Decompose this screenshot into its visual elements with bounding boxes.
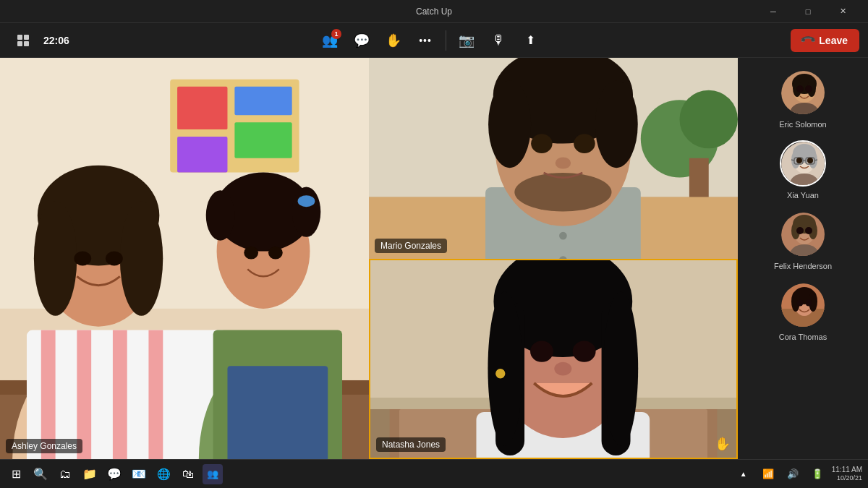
svg-point-94 — [796, 227, 804, 234]
natasha-video-feed — [370, 260, 736, 458]
teams-button[interactable]: 👥 — [203, 464, 223, 484]
svg-point-40 — [559, 232, 567, 240]
file-explorer-button[interactable]: 📁 — [80, 464, 100, 484]
hand-emoji: ✋ — [715, 437, 731, 451]
video-natasha: Natasha Jones ✋ — [369, 259, 738, 460]
eric-avatar-image — [781, 71, 826, 116]
svg-point-66 — [554, 361, 571, 375]
store-button[interactable]: 🛍 — [178, 464, 198, 484]
minimize-button[interactable]: ─ — [757, 0, 790, 23]
more-options-button[interactable]: ••• — [411, 26, 440, 55]
svg-point-18 — [120, 201, 163, 316]
svg-rect-5 — [234, 122, 292, 158]
main-content: Ashley Gonzales — [0, 58, 868, 459]
sidebar-participants: Eric Solomon — [738, 58, 868, 459]
svg-point-87 — [807, 158, 813, 163]
taskbar: ⊞ 🔍 🗂 📁 💬 📧 🌐 🛍 👥 ▲ 📶 🔊 🔋 11:11 AM 10/20… — [0, 459, 868, 488]
video-mario: Mario Gonzales — [369, 58, 738, 259]
toolbar-left: 22:06 — [9, 26, 69, 55]
edge-button[interactable]: 🌐 — [153, 464, 174, 484]
battery-icon[interactable]: 🔋 — [807, 464, 827, 484]
chat-app-button[interactable]: 💬 — [104, 464, 124, 484]
svg-point-65 — [573, 341, 596, 361]
ashley-name-text: Ashley Gonzales — [12, 441, 77, 451]
leave-button[interactable]: 📞 Leave — [791, 29, 859, 52]
felix-avatar-image — [781, 213, 826, 257]
search-button[interactable]: 🔍 — [30, 464, 51, 484]
svg-point-20 — [106, 252, 123, 266]
svg-rect-6 — [177, 137, 227, 173]
sidebar-item-xia[interactable]: Xia Yuan — [738, 134, 868, 205]
sidebar-item-felix[interactable]: Felix Henderson — [738, 205, 868, 276]
ashley-label: Ashley Gonzales — [6, 439, 82, 453]
svg-point-45 — [595, 80, 638, 168]
svg-rect-14 — [148, 330, 163, 459]
svg-point-86 — [796, 158, 802, 163]
share-screen-button[interactable]: ⬆ — [516, 26, 545, 55]
eric-name: Eric Solomon — [779, 120, 826, 129]
more-icon: ••• — [419, 35, 432, 46]
mario-name-text: Mario Gonzales — [380, 241, 441, 251]
sidebar-item-cora[interactable]: Cora Thomas — [738, 276, 868, 347]
grid-view-button[interactable] — [9, 26, 38, 55]
svg-point-104 — [806, 300, 812, 307]
maximize-button[interactable]: □ — [791, 0, 825, 23]
wifi-icon[interactable]: 📶 — [758, 464, 778, 484]
taskbar-right: ▲ 📶 🔊 🔋 11:11 AM 10/20/21 — [733, 464, 862, 484]
raise-hand-icon: ✋ — [386, 33, 401, 48]
svg-point-34 — [679, 90, 738, 149]
title-bar: Catch Up ─ □ ✕ — [0, 0, 868, 23]
taskbar-datetime: 11:11 AM 10/20/21 — [832, 465, 862, 483]
hand-raise-indicator: ✋ — [715, 436, 731, 452]
grid-icon — [17, 35, 29, 46]
svg-point-28 — [298, 195, 315, 207]
video-ashley: Ashley Gonzales — [0, 58, 369, 459]
svg-point-17 — [34, 201, 77, 316]
camera-icon: 📷 — [459, 33, 475, 48]
natasha-name-text: Natasha Jones — [382, 440, 440, 450]
toolbar-center-controls: 👥 1 💬 ✋ ••• 📷 🎙 ⬆ — [315, 26, 545, 55]
svg-point-48 — [574, 134, 595, 153]
taskbar-date-text: 10/20/21 — [832, 474, 862, 483]
start-button[interactable]: ⊞ — [6, 464, 26, 484]
system-tray-up[interactable]: ▲ — [733, 464, 754, 484]
chat-button[interactable]: 💬 — [347, 26, 376, 55]
svg-point-67 — [495, 369, 505, 378]
avatar-eric — [780, 69, 826, 116]
svg-rect-3 — [177, 87, 227, 129]
svg-point-26 — [206, 190, 235, 240]
svg-point-49 — [556, 157, 571, 168]
taskbar-left: ⊞ 🔍 🗂 📁 💬 📧 🌐 🛍 👥 — [6, 464, 223, 484]
sidebar-item-eric[interactable]: Eric Solomon — [738, 64, 868, 134]
title-bar-controls: ─ □ ✕ — [757, 0, 859, 23]
leave-label: Leave — [819, 35, 848, 46]
svg-line-84 — [791, 160, 794, 160]
volume-icon[interactable]: 🔊 — [783, 464, 803, 484]
svg-point-73 — [796, 85, 804, 93]
mario-label: Mario Gonzales — [375, 239, 447, 253]
taskview-button[interactable]: 🗂 — [55, 464, 75, 484]
svg-point-63 — [603, 291, 638, 445]
mario-video-feed — [369, 58, 738, 259]
close-button[interactable]: ✕ — [826, 0, 859, 23]
call-timer: 22:06 — [43, 35, 69, 46]
svg-point-19 — [74, 252, 91, 266]
avatar-felix — [780, 211, 826, 257]
participants-button[interactable]: 👥 1 — [315, 26, 344, 55]
cora-avatar-image — [781, 283, 826, 328]
cora-name: Cora Thomas — [779, 333, 827, 341]
svg-point-47 — [531, 134, 553, 153]
raise-hand-button[interactable]: ✋ — [379, 26, 408, 55]
ashley-video-feed — [0, 58, 369, 459]
email-button[interactable]: 📧 — [129, 464, 149, 484]
svg-line-85 — [814, 160, 817, 160]
svg-point-62 — [488, 291, 522, 445]
svg-point-103 — [797, 300, 804, 307]
leave-phone-icon: 📞 — [800, 32, 817, 48]
camera-button[interactable]: 📷 — [452, 26, 481, 55]
video-grid: Ashley Gonzales — [0, 58, 738, 459]
mic-button[interactable]: 🎙 — [484, 26, 513, 55]
svg-point-30 — [268, 247, 283, 260]
svg-point-64 — [530, 341, 553, 361]
svg-rect-23 — [227, 366, 328, 459]
